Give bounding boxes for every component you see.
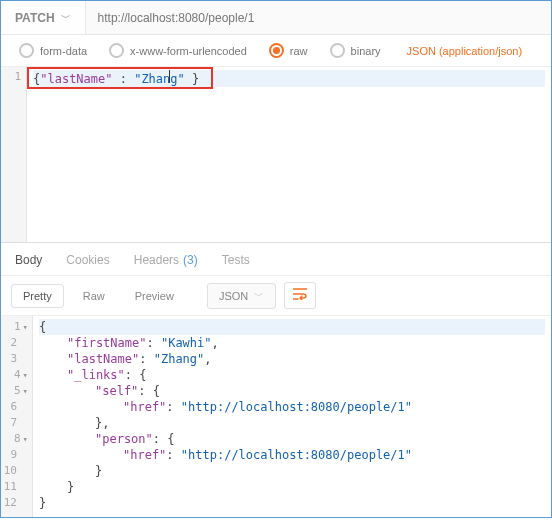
http-method-dropdown[interactable]: PATCH ﹀	[1, 1, 86, 34]
bodytype-form-data[interactable]: form-data	[19, 43, 105, 58]
wrap-lines-button[interactable]	[284, 282, 316, 309]
fold-icon[interactable]: ▾	[23, 431, 28, 447]
wrap-icon	[293, 288, 307, 300]
fold-icon[interactable]: ▾	[23, 319, 28, 335]
tab-headers[interactable]: Headers (3)	[134, 253, 198, 267]
bodytype-binary[interactable]: binary	[330, 43, 399, 58]
line-gutter: 1	[1, 67, 27, 242]
radio-icon	[109, 43, 124, 58]
fold-icon[interactable]: ▾	[23, 383, 28, 399]
radio-icon	[269, 43, 284, 58]
mode-pretty-button[interactable]: Pretty	[11, 284, 64, 308]
response-body-viewer[interactable]: 1▾ 2 3 4▾ 5▾ 6 7 8▾ 9 10 11 12 { "firstN…	[1, 316, 551, 517]
request-body-editor[interactable]: 1 {"lastName" : "Zhang" }	[1, 67, 551, 243]
content-type-dropdown[interactable]: JSON (application/json)	[407, 45, 523, 57]
url-input[interactable]	[86, 1, 551, 34]
chevron-down-icon: ﹀	[61, 11, 71, 25]
format-dropdown[interactable]: JSON ﹀	[207, 283, 276, 309]
response-gutter: 1▾ 2 3 4▾ 5▾ 6 7 8▾ 9 10 11 12	[1, 316, 33, 517]
bodytype-raw[interactable]: raw	[269, 43, 326, 58]
tab-body[interactable]: Body	[15, 253, 42, 267]
fold-icon[interactable]: ▾	[23, 367, 28, 383]
bodytype-urlencoded[interactable]: x-www-form-urlencoded	[109, 43, 265, 58]
chevron-down-icon: ﹀	[254, 289, 264, 303]
mode-preview-button[interactable]: Preview	[124, 285, 185, 307]
http-method-label: PATCH	[15, 11, 55, 25]
mode-raw-button[interactable]: Raw	[72, 285, 116, 307]
radio-icon	[330, 43, 345, 58]
radio-icon	[19, 43, 34, 58]
tab-cookies[interactable]: Cookies	[66, 253, 109, 267]
tab-tests[interactable]: Tests	[222, 253, 250, 267]
